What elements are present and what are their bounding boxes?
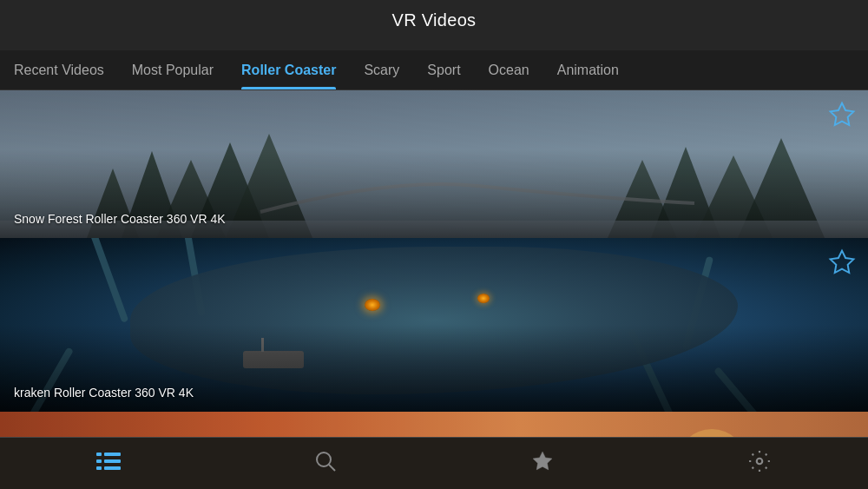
app-title: VR Videos	[0, 10, 868, 30]
gear-icon	[748, 450, 771, 478]
tab-scary[interactable]: Scary	[350, 50, 413, 89]
svg-point-24	[757, 458, 763, 464]
favorite-button-1[interactable]	[828, 101, 856, 135]
svg-rect-17	[96, 466, 102, 470]
svg-rect-13	[0, 412, 868, 437]
video-list: Snow Forest Roller Coaster 360 VR 4K	[0, 90, 868, 437]
nav-settings-button[interactable]	[733, 445, 786, 483]
svg-marker-11	[831, 103, 854, 125]
kraken-eye-1	[365, 299, 380, 311]
svg-rect-15	[96, 453, 102, 456]
video-title-1: Snow Forest Roller Coaster 360 VR 4K	[14, 212, 226, 226]
app-header: VR Videos	[0, 0, 868, 50]
favorite-button-2[interactable]	[828, 248, 856, 282]
nav-favorites-button[interactable]	[516, 445, 569, 483]
tab-rollercoaster[interactable]: Roller Coaster	[227, 50, 350, 89]
video-card-2[interactable]: kraken Roller Coaster 360 VR 4K	[0, 238, 868, 412]
video-card-3-partial[interactable]	[0, 412, 868, 437]
svg-line-22	[329, 465, 335, 471]
svg-marker-12	[831, 251, 854, 273]
category-tabs: Recent Videos Most Popular Roller Coaste…	[0, 50, 868, 90]
video-card-1[interactable]: Snow Forest Roller Coaster 360 VR 4K	[0, 90, 868, 238]
list-icon	[96, 451, 121, 477]
star-icon	[531, 450, 554, 478]
video-title-2: kraken Roller Coaster 360 VR 4K	[14, 386, 194, 400]
svg-rect-18	[104, 453, 121, 456]
svg-marker-23	[533, 452, 552, 470]
svg-rect-20	[104, 466, 121, 470]
tab-animation[interactable]: Animation	[543, 50, 633, 89]
nav-search-button[interactable]	[299, 445, 352, 483]
svg-rect-16	[96, 459, 102, 463]
tab-sport[interactable]: Sport	[413, 50, 474, 89]
kraken-eye-2	[477, 294, 490, 303]
nav-list-button[interactable]	[82, 445, 135, 483]
search-icon	[314, 450, 337, 478]
tab-ocean[interactable]: Ocean	[475, 50, 543, 89]
tab-popular[interactable]: Most Popular	[118, 50, 227, 89]
svg-rect-19	[104, 459, 121, 463]
tab-recent[interactable]: Recent Videos	[9, 50, 118, 89]
svg-point-21	[317, 453, 331, 466]
bottom-navigation	[0, 437, 868, 489]
